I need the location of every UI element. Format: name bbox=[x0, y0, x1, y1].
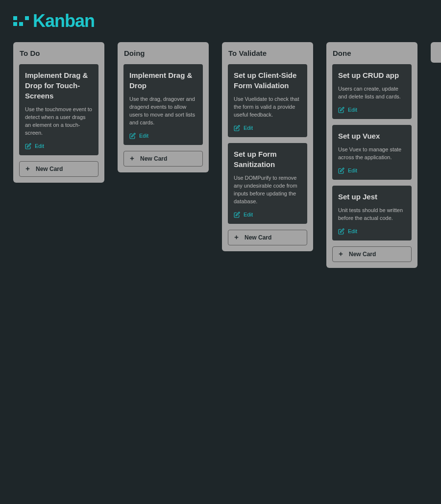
card[interactable]: Implement Drag & Drop for Touch-Screens … bbox=[19, 64, 98, 155]
card-title: Set up Jest bbox=[338, 192, 406, 202]
edit-icon bbox=[338, 228, 344, 235]
edit-label: Edit bbox=[348, 228, 357, 234]
edit-label: Edit bbox=[348, 107, 357, 113]
card[interactable]: Set up Jest Unit tests should be written… bbox=[332, 186, 412, 240]
edit-button[interactable]: Edit bbox=[129, 133, 197, 139]
plus-icon bbox=[129, 155, 135, 162]
new-card-button[interactable]: New Card bbox=[19, 161, 98, 177]
edit-label: Edit bbox=[244, 125, 253, 131]
edit-icon bbox=[129, 133, 136, 139]
list-to-validate[interactable]: To Validate Set up Client-Side Form Vali… bbox=[222, 42, 313, 251]
card[interactable]: Set up Form Sanitization Use DOMPurify t… bbox=[228, 143, 307, 224]
app-header: Kanban bbox=[0, 0, 441, 42]
edit-button[interactable]: Edit bbox=[338, 228, 406, 235]
edit-icon bbox=[234, 125, 240, 131]
card-title: Set up Form Sanitization bbox=[234, 149, 301, 169]
card-description: Unit tests should be written before the … bbox=[338, 207, 406, 222]
list-todo[interactable]: To Do Implement Drag & Drop for Touch-Sc… bbox=[13, 42, 104, 183]
list-doing[interactable]: Doing Implement Drag & Drop Use the drag… bbox=[118, 42, 209, 172]
new-card-button[interactable]: New Card bbox=[228, 230, 307, 245]
card-title: Implement Drag & Drop bbox=[129, 70, 197, 91]
edit-label: Edit bbox=[139, 133, 148, 139]
card-title: Set up Client-Side Form Validation bbox=[234, 70, 301, 91]
card[interactable]: Set up Client-Side Form Validation Use V… bbox=[228, 64, 307, 137]
list-title: To Validate bbox=[228, 48, 307, 58]
edit-button[interactable]: Edit bbox=[338, 107, 406, 113]
plus-icon bbox=[24, 166, 31, 172]
edit-label: Edit bbox=[35, 143, 44, 149]
card-description: Use the touchmove event to detect when a… bbox=[25, 106, 93, 137]
card-description: Use Vuelidate to check that the form is … bbox=[234, 96, 301, 119]
edit-icon bbox=[338, 107, 344, 113]
new-card-label: New Card bbox=[245, 234, 271, 241]
edit-icon bbox=[234, 212, 240, 218]
list-title: To Do bbox=[19, 48, 98, 58]
card[interactable]: Set up CRUD app Users can create, update… bbox=[332, 64, 412, 119]
card[interactable]: Implement Drag & Drop Use the drag, drag… bbox=[123, 64, 203, 145]
card-description: Use DOMPurify to remove any undesirable … bbox=[234, 174, 301, 206]
new-card-label: New Card bbox=[140, 155, 167, 162]
edit-label: Edit bbox=[244, 212, 253, 217]
kanban-board: To Do Implement Drag & Drop for Touch-Sc… bbox=[0, 42, 441, 268]
card-title: Set up Vuex bbox=[338, 131, 406, 141]
card[interactable]: Set up Vuex Use Vuex to manage state acr… bbox=[332, 125, 412, 180]
card-description: Users can create, update and delete list… bbox=[338, 85, 406, 101]
plus-icon bbox=[338, 251, 344, 257]
edit-label: Edit bbox=[348, 168, 357, 173]
logo-icon bbox=[13, 16, 29, 26]
list-title: Done bbox=[332, 48, 412, 58]
new-card-label: New Card bbox=[349, 251, 376, 258]
list-done[interactable]: Done Set up CRUD app Users can create, u… bbox=[326, 42, 417, 268]
edit-icon bbox=[338, 168, 344, 174]
edit-button[interactable]: Edit bbox=[234, 125, 301, 131]
new-card-button[interactable]: New Card bbox=[332, 246, 412, 262]
card-title: Implement Drag & Drop for Touch-Screens bbox=[25, 70, 93, 101]
new-card-label: New Card bbox=[36, 166, 63, 172]
edit-button[interactable]: Edit bbox=[234, 212, 301, 218]
card-description: Use Vuex to manage state across the appl… bbox=[338, 146, 406, 162]
list-title: Doing bbox=[123, 48, 203, 58]
edit-icon bbox=[25, 143, 31, 149]
card-title: Set up CRUD app bbox=[338, 70, 406, 80]
add-list-button[interactable] bbox=[431, 42, 441, 63]
logo-text: Kanban bbox=[33, 11, 95, 31]
plus-icon bbox=[233, 234, 240, 240]
new-card-button[interactable]: New Card bbox=[123, 151, 203, 167]
edit-button[interactable]: Edit bbox=[338, 168, 406, 174]
card-description: Use the drag, dragover and dragend event… bbox=[129, 96, 197, 127]
edit-button[interactable]: Edit bbox=[25, 143, 93, 149]
